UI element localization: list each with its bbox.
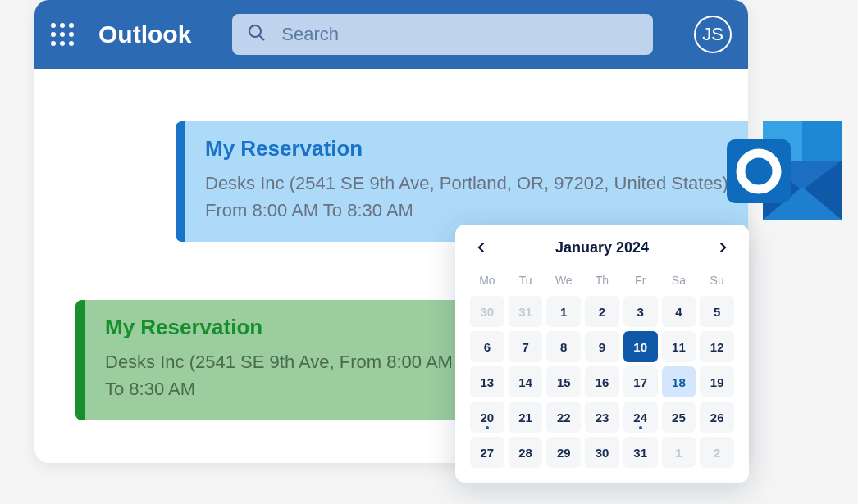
calendar-day[interactable]: 1 <box>546 296 581 327</box>
calendar-day[interactable]: 30 <box>470 296 504 327</box>
calendar-dow: We <box>546 269 581 292</box>
calendar-day[interactable]: 28 <box>509 437 543 468</box>
calendar-month-label: January 2024 <box>555 239 649 257</box>
calendar-dow: Tu <box>509 269 543 292</box>
calendar-day[interactable]: 1 <box>662 437 696 468</box>
calendar-dow: Sa <box>662 269 696 292</box>
calendar-grid: MoTuWeThFrSaSu30311234567891011121314151… <box>470 269 734 468</box>
calendar-day[interactable]: 9 <box>585 331 619 362</box>
calendar-day[interactable]: 4 <box>662 296 696 327</box>
calendar-day[interactable]: 24 <box>623 402 658 433</box>
calendar-day[interactable]: 12 <box>700 331 734 362</box>
reservation-card[interactable]: My Reservation Desks Inc (2541 SE 9th Av… <box>176 121 748 242</box>
search-box[interactable] <box>232 14 653 55</box>
calendar-day[interactable]: 16 <box>585 366 619 397</box>
calendar-day[interactable]: 22 <box>546 402 581 433</box>
calendar-day[interactable]: 30 <box>585 437 619 468</box>
calendar-header: January 2024 <box>470 236 734 259</box>
calendar-day[interactable]: 23 <box>585 402 619 433</box>
calendar-day[interactable]: 14 <box>509 366 543 397</box>
calendar-dow: Mo <box>470 269 504 292</box>
card-body: My Reservation Desks Inc (2541 SE 9th Av… <box>85 300 486 420</box>
calendar-dow: Th <box>585 269 619 292</box>
app-title: Outlook <box>98 20 191 48</box>
search-icon <box>247 23 267 46</box>
card-accent <box>176 121 185 242</box>
app-launcher-icon[interactable] <box>51 23 74 46</box>
calendar-day[interactable]: 2 <box>700 437 734 468</box>
calendar-day[interactable]: 31 <box>509 296 543 327</box>
calendar-day[interactable]: 20 <box>470 402 504 433</box>
calendar-popup: January 2024 MoTuWeThFrSaSu3031123456789… <box>455 225 749 483</box>
card-description: Desks Inc (2541 SE 9th Ave, Portland, OR… <box>205 170 735 224</box>
card-title: My Reservation <box>205 136 735 161</box>
svg-point-0 <box>249 25 261 37</box>
header-bar: Outlook JS <box>34 0 748 69</box>
calendar-day[interactable]: 2 <box>585 296 619 327</box>
calendar-prev-button[interactable] <box>470 236 493 259</box>
avatar[interactable]: JS <box>694 16 732 53</box>
svg-line-1 <box>260 36 265 41</box>
calendar-day[interactable]: 10 <box>623 331 658 362</box>
svg-rect-3 <box>802 121 842 161</box>
reservation-card[interactable]: My Reservation Desks Inc (2541 SE 9th Av… <box>75 300 486 420</box>
calendar-day[interactable]: 18 <box>662 366 696 397</box>
calendar-day[interactable]: 13 <box>470 366 504 397</box>
calendar-day[interactable]: 3 <box>623 296 658 327</box>
calendar-day[interactable]: 15 <box>546 366 581 397</box>
calendar-day[interactable]: 25 <box>662 402 696 433</box>
calendar-day[interactable]: 11 <box>662 331 696 362</box>
calendar-day[interactable]: 26 <box>700 402 734 433</box>
calendar-day[interactable]: 31 <box>623 437 658 468</box>
card-body: My Reservation Desks Inc (2541 SE 9th Av… <box>185 121 748 242</box>
calendar-day[interactable]: 17 <box>623 366 658 397</box>
calendar-next-button[interactable] <box>711 236 734 259</box>
card-title: My Reservation <box>105 315 466 340</box>
calendar-dow: Su <box>700 269 734 292</box>
outlook-logo-icon <box>712 115 851 238</box>
calendar-day[interactable]: 21 <box>509 402 543 433</box>
card-accent <box>75 300 85 420</box>
calendar-day[interactable]: 29 <box>546 437 581 468</box>
calendar-day[interactable]: 6 <box>470 331 504 362</box>
card-description: Desks Inc (2541 SE 9th Ave, From 8:00 AM… <box>105 348 466 402</box>
calendar-day[interactable]: 19 <box>700 366 734 397</box>
calendar-day[interactable]: 8 <box>546 331 581 362</box>
calendar-day[interactable]: 7 <box>509 331 543 362</box>
calendar-dow: Fr <box>623 269 658 292</box>
calendar-day[interactable]: 27 <box>470 437 504 468</box>
search-input[interactable] <box>281 24 638 45</box>
calendar-day[interactable]: 5 <box>700 296 734 327</box>
